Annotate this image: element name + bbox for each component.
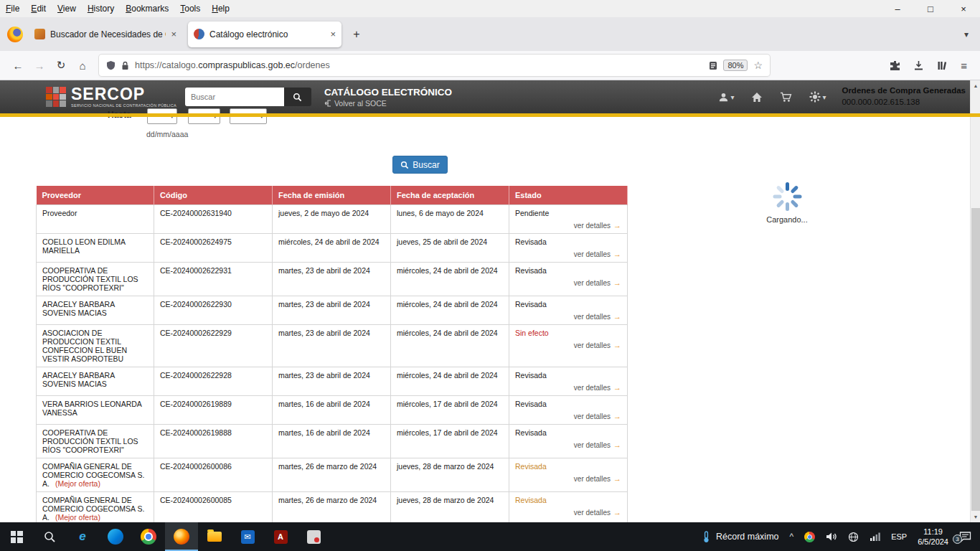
arrow-icon: → xyxy=(613,441,621,449)
menu-edit[interactable]: Edit xyxy=(25,1,52,16)
header-search xyxy=(185,88,311,106)
ver-detalles-link[interactable]: ver detalles→ xyxy=(515,278,621,287)
cell-codigo: CE-20240002619888 xyxy=(154,425,273,458)
tab-favicon-icon xyxy=(194,29,204,39)
library-icon[interactable] xyxy=(937,60,948,71)
tab-catalogo[interactable]: Catálogo electrónico × xyxy=(188,22,341,47)
table-row: ARACELY BARBARA SOVENIS MACIAS CE-202400… xyxy=(37,296,628,325)
cell-proveedor: COELLO LEON EDILMA MARIELLA xyxy=(37,234,154,263)
close-icon[interactable]: × xyxy=(947,0,980,17)
cell-codigo: CE-20240002600085 xyxy=(154,492,273,526)
tab-title: Catálogo electrónico xyxy=(209,29,325,39)
settings-menu[interactable]: ▾ xyxy=(809,91,826,103)
col-codigo: Código xyxy=(154,186,273,205)
ver-detalles-link[interactable]: ver detalles→ xyxy=(515,474,621,483)
back-icon[interactable]: ← xyxy=(7,60,29,72)
buscar-button[interactable]: Buscar xyxy=(392,156,448,174)
acrobat-icon[interactable]: A xyxy=(264,522,297,551)
menu-view[interactable]: View xyxy=(52,1,82,16)
downloads-icon[interactable] xyxy=(913,60,924,71)
cell-fecha-emision: martes, 23 de abril de 2024 xyxy=(273,296,391,325)
edge-icon[interactable] xyxy=(99,522,132,551)
table-row: COOPERATIVA DE PRODUCCIÓN TEXTIL LOS RÍO… xyxy=(37,425,628,458)
lock-icon[interactable] xyxy=(121,61,129,70)
user-menu[interactable]: ▾ xyxy=(718,92,734,103)
tab-list-chevron-icon[interactable]: ▾ xyxy=(957,29,976,39)
shield-icon[interactable] xyxy=(106,60,116,70)
tab-buscador[interactable]: Buscador de Necesidades de Co × xyxy=(29,22,182,47)
maximize-icon[interactable]: □ xyxy=(914,0,947,17)
loading-spinner-icon xyxy=(771,180,804,213)
taskbar-search-button[interactable] xyxy=(33,522,66,551)
tab-bar: Buscador de Necesidades de Co × Catálogo… xyxy=(0,17,980,51)
firefox-view-icon[interactable] xyxy=(7,27,23,42)
file-explorer-icon[interactable] xyxy=(198,522,231,551)
search-input[interactable] xyxy=(185,88,284,106)
zoom-level[interactable]: 80% xyxy=(723,60,748,71)
cell-fecha-aceptacion: jueves, 28 de marzo de 2024 xyxy=(391,458,509,492)
minimize-icon[interactable]: – xyxy=(881,0,914,17)
cell-fecha-emision: martes, 16 de abril de 2024 xyxy=(273,396,391,425)
menu-file[interactable]: File xyxy=(0,1,25,16)
table-row: COELLO LEON EDILMA MARIELLA CE-202400026… xyxy=(37,234,628,263)
menu-history[interactable]: History xyxy=(82,1,120,16)
forward-icon[interactable]: → xyxy=(29,60,50,72)
tab-close-icon[interactable]: × xyxy=(330,29,336,39)
tab-close-icon[interactable]: × xyxy=(171,29,176,39)
network-icon[interactable] xyxy=(848,532,859,542)
ver-detalles-link[interactable]: ver detalles→ xyxy=(515,221,621,230)
logo-text: SERCOP xyxy=(71,86,176,103)
ver-detalles-link[interactable]: ver detalles→ xyxy=(515,412,621,420)
menu-help[interactable]: Help xyxy=(206,1,235,16)
weather-widget[interactable]: Récord máximo xyxy=(702,531,779,543)
menu-bookmarks[interactable]: Bookmarks xyxy=(120,1,174,16)
tray-chrome-icon[interactable] xyxy=(804,532,815,542)
table-row: COMPAÑIA GENERAL DE COMERCIO COGECOMSA S… xyxy=(37,492,628,526)
menu-tools[interactable]: Tools xyxy=(174,1,206,16)
cell-estado: Revisada ver detalles→ xyxy=(509,296,628,325)
scroll-up-icon[interactable]: ▲ xyxy=(971,80,980,91)
cell-codigo: CE-20240002622929 xyxy=(154,325,273,367)
ver-detalles-link[interactable]: ver detalles→ xyxy=(515,250,621,258)
user-icon xyxy=(718,92,729,103)
col-fecha-aceptacion: Fecha de aceptación xyxy=(391,186,509,205)
internet-explorer-icon[interactable]: e xyxy=(66,522,99,551)
search-icon xyxy=(293,93,302,102)
cart-icon xyxy=(780,92,792,103)
search-button[interactable] xyxy=(284,88,311,106)
scrollbar-thumb[interactable] xyxy=(971,208,980,511)
volver-al-soce-link[interactable]: Volver al SOCE xyxy=(324,99,452,108)
scroll-down-icon[interactable]: ▼ xyxy=(971,512,980,522)
app-icon[interactable] xyxy=(297,522,330,551)
vertical-scrollbar[interactable]: ▲ ▼ xyxy=(970,80,980,522)
ver-detalles-link[interactable]: ver detalles→ xyxy=(515,383,621,392)
outlook-icon[interactable]: ✉ xyxy=(231,522,264,551)
firefox-icon[interactable] xyxy=(165,522,198,551)
reload-icon[interactable]: ↻ xyxy=(50,59,72,72)
cell-codigo: CE-20240002619889 xyxy=(154,396,273,425)
bookmark-star-icon[interactable]: ☆ xyxy=(753,60,763,71)
ver-detalles-link[interactable]: ver detalles→ xyxy=(515,341,621,349)
url-bar[interactable]: https://catalogo.compraspublicas.gob.ec/… xyxy=(99,55,770,76)
tray-chevron-up-icon[interactable]: ^ xyxy=(790,532,794,542)
extensions-icon[interactable] xyxy=(890,60,900,71)
cell-proveedor: COOPERATIVA DE PRODUCCIÓN TEXTIL LOS RÍO… xyxy=(37,425,154,458)
ver-detalles-link[interactable]: ver detalles→ xyxy=(515,312,621,321)
volume-icon[interactable] xyxy=(826,532,837,542)
tab-favicon-icon xyxy=(34,29,45,39)
chrome-icon[interactable] xyxy=(132,522,165,551)
home-link[interactable] xyxy=(751,92,763,103)
sercop-logo[interactable]: SERCOP SERVICIO NACIONAL DE CONTRATACIÓN… xyxy=(46,86,176,108)
signal-icon[interactable] xyxy=(870,532,880,542)
language-indicator[interactable]: ESP xyxy=(891,532,907,541)
reader-mode-icon[interactable] xyxy=(709,61,717,70)
clock[interactable]: 11:19 6/5/2024 xyxy=(918,527,948,547)
new-tab-icon[interactable]: + xyxy=(347,25,366,44)
notification-center-button[interactable]: 3 xyxy=(959,531,971,542)
ver-detalles-link[interactable]: ver detalles→ xyxy=(515,441,621,449)
ver-detalles-link[interactable]: ver detalles→ xyxy=(515,508,621,517)
start-button[interactable] xyxy=(0,522,33,551)
menu-icon[interactable]: ≡ xyxy=(961,60,967,72)
home-icon[interactable]: ⌂ xyxy=(72,60,93,72)
cart-button[interactable] xyxy=(780,92,792,103)
